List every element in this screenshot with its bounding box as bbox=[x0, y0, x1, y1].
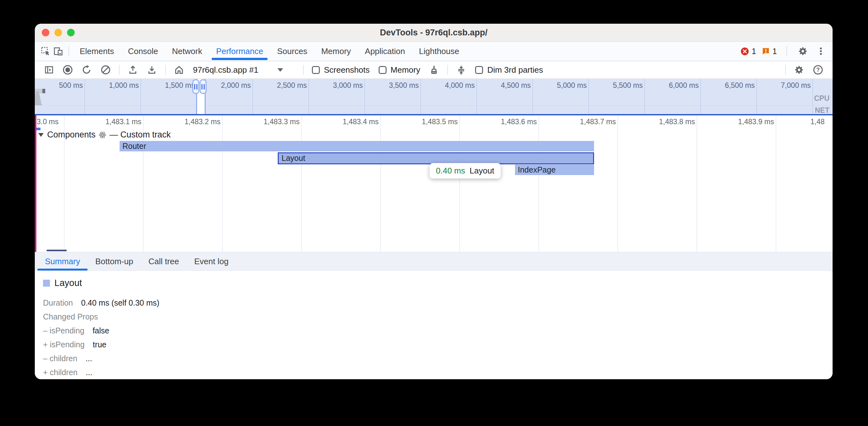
tab-summary[interactable]: Summary bbox=[37, 252, 88, 270]
upload-profile-icon[interactable] bbox=[127, 64, 139, 76]
track-name: Components bbox=[47, 130, 96, 140]
home-icon[interactable] bbox=[173, 64, 185, 76]
dim-3rd-parties-checkbox[interactable]: Dim 3rd parties bbox=[475, 65, 543, 75]
clear-icon[interactable] bbox=[99, 64, 112, 76]
download-profile-icon[interactable] bbox=[146, 64, 158, 76]
tab-performance[interactable]: Performance bbox=[209, 42, 270, 61]
row-label: + children bbox=[43, 368, 78, 377]
reload-record-icon[interactable] bbox=[80, 64, 93, 76]
event-tooltip: 0.40 ms Layout bbox=[430, 163, 501, 178]
tab-console[interactable]: Console bbox=[121, 42, 165, 61]
error-badge[interactable]: 1 bbox=[741, 47, 756, 56]
cpu-net-lane-divider bbox=[35, 105, 833, 105]
tab-label: Call tree bbox=[148, 257, 179, 266]
traffic-lights bbox=[42, 24, 75, 41]
tab-memory[interactable]: Memory bbox=[314, 42, 358, 61]
zoom-window-button[interactable] bbox=[67, 29, 75, 36]
tooltip-duration: 0.40 ms bbox=[436, 166, 465, 176]
row-value: 0.40 ms (self 0.30 ms) bbox=[81, 298, 159, 307]
tab-elements[interactable]: Elements bbox=[73, 42, 121, 61]
issues-count: 1 bbox=[772, 47, 777, 56]
checkbox-box bbox=[379, 66, 386, 74]
custom-track-header[interactable]: Components — Custom track bbox=[38, 130, 171, 140]
checkbox-label: Memory bbox=[391, 65, 421, 75]
overview-tick-label: 3,000 ms bbox=[333, 81, 363, 90]
row-label: – isPending bbox=[43, 326, 85, 335]
overview-tick-label: 2,000 ms bbox=[221, 81, 251, 90]
tab-bar-left: Elements Console Network Performance Sou… bbox=[35, 42, 741, 61]
tab-sources[interactable]: Sources bbox=[270, 42, 314, 61]
row-label: – children bbox=[43, 354, 77, 363]
separator bbox=[68, 46, 69, 56]
row-value: ... bbox=[85, 354, 92, 363]
tab-label: Lighthouse bbox=[419, 46, 459, 56]
flame-event-router[interactable]: Router bbox=[120, 141, 594, 152]
performance-toolbar: 97r6ql.csb.app #1 Screenshots Memory D bbox=[35, 61, 833, 79]
tab-label: Event log bbox=[194, 257, 228, 266]
overview-tick-label: 6,000 ms bbox=[669, 81, 699, 90]
separator bbox=[165, 65, 166, 75]
issues-badge[interactable]: 1 bbox=[762, 47, 777, 56]
row-label: Changed Props bbox=[43, 312, 98, 321]
overview-tick-label: 5,500 ms bbox=[613, 81, 643, 90]
summary-pane: Layout Duration0.40 ms (self 0.30 ms) Ch… bbox=[35, 271, 833, 379]
expander-triangle-icon bbox=[38, 132, 44, 137]
row-value: ... bbox=[86, 368, 92, 377]
minimize-window-button[interactable] bbox=[54, 29, 62, 36]
error-icon bbox=[741, 47, 749, 56]
active-tab-underline bbox=[212, 58, 268, 60]
overview-tick-label: 2,500 ms bbox=[277, 81, 307, 90]
help-icon[interactable]: ? bbox=[812, 64, 824, 76]
screenshots-checkbox[interactable]: Screenshots bbox=[312, 65, 370, 75]
target-selector-value: 97r6ql.csb.app #1 bbox=[193, 65, 258, 75]
summary-row: – isPendingfalse bbox=[43, 324, 833, 337]
overview-tick-label: 4,000 ms bbox=[445, 81, 475, 90]
active-tab-underline bbox=[37, 269, 88, 270]
device-toolbar-icon[interactable] bbox=[52, 45, 65, 58]
flame-chart-pane[interactable]: 3.0 ms1,483.1 ms1,483.2 ms1,483.3 ms1,48… bbox=[35, 116, 833, 252]
tab-bottom-up[interactable]: Bottom-up bbox=[88, 252, 141, 270]
summary-row: Duration0.40 ms (self 0.30 ms) bbox=[43, 296, 833, 310]
overview-tick-label: 1,000 ms bbox=[109, 81, 139, 90]
tooltip-name: Layout bbox=[470, 166, 494, 176]
record-icon[interactable] bbox=[61, 64, 74, 76]
flame-event-indexpage[interactable]: IndexPage bbox=[515, 165, 594, 175]
tab-label: Console bbox=[128, 46, 158, 56]
summary-row: Changed Props bbox=[43, 310, 833, 324]
range-handle-left[interactable] bbox=[192, 79, 199, 94]
collect-garbage-icon[interactable] bbox=[428, 64, 440, 76]
flame-event-layout[interactable]: Layout bbox=[278, 152, 594, 164]
event-color-swatch bbox=[43, 280, 50, 287]
tab-application[interactable]: Application bbox=[358, 42, 412, 61]
checkbox-box bbox=[312, 66, 320, 74]
toggle-sidebar-icon[interactable] bbox=[43, 64, 55, 76]
compress-arrows-icon[interactable] bbox=[455, 64, 468, 76]
tab-network[interactable]: Network bbox=[165, 42, 209, 61]
range-start-marker bbox=[35, 116, 36, 252]
summary-row: + children... bbox=[43, 365, 833, 379]
memory-checkbox[interactable]: Memory bbox=[379, 65, 421, 75]
separator bbox=[785, 65, 786, 75]
separator bbox=[786, 46, 787, 56]
tab-lighthouse[interactable]: Lighthouse bbox=[412, 42, 466, 61]
settings-gear-icon[interactable] bbox=[797, 45, 809, 58]
more-options-kebab-icon[interactable] bbox=[815, 45, 827, 57]
tab-event-log[interactable]: Event log bbox=[187, 252, 236, 270]
capture-settings-gear-icon[interactable] bbox=[793, 64, 805, 76]
tab-label: Bottom-up bbox=[95, 257, 133, 266]
tab-label: Network bbox=[172, 46, 202, 56]
react-atom-icon bbox=[99, 131, 106, 139]
timeline-overview[interactable]: 500 ms1,000 ms1,500 ms2,000 ms2,500 ms3,… bbox=[35, 79, 833, 114]
row-value: true bbox=[93, 340, 106, 349]
title-bar: DevTools - 97r6ql.csb.app/ bbox=[35, 24, 833, 42]
tab-label: Summary bbox=[45, 257, 80, 266]
svg-text:?: ? bbox=[816, 67, 820, 73]
target-selector-dropdown[interactable]: 97r6ql.csb.app #1 bbox=[193, 65, 297, 75]
range-handle-right[interactable] bbox=[199, 79, 207, 94]
inspect-element-icon[interactable] bbox=[39, 45, 52, 58]
close-window-button[interactable] bbox=[42, 29, 49, 36]
horizontal-scrollbar-thumb[interactable] bbox=[46, 250, 67, 251]
track-subtitle: — Custom track bbox=[110, 130, 171, 140]
overview-tick-label: 7,000 ms bbox=[781, 81, 811, 90]
tab-call-tree[interactable]: Call tree bbox=[141, 252, 187, 270]
